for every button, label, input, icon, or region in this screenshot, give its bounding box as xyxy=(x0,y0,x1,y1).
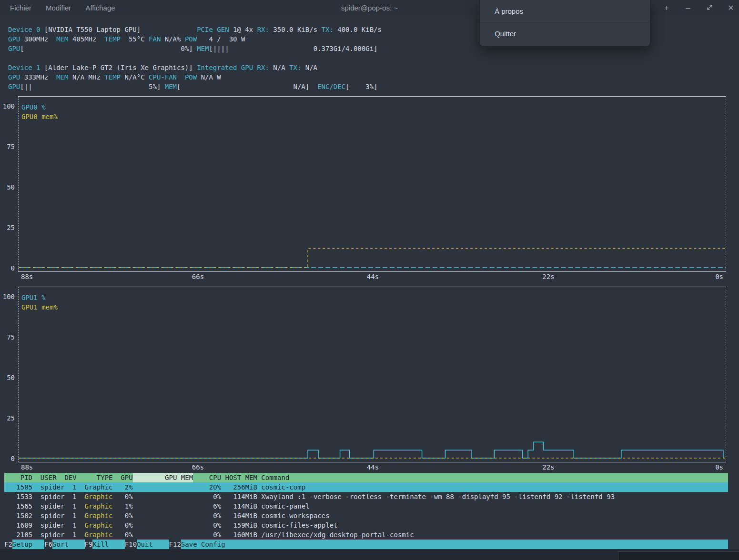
y-tick-label: 50 xyxy=(7,182,15,192)
maximize-button[interactable] xyxy=(705,4,714,12)
cell-hostmem: 164MiB xyxy=(221,511,257,520)
x-tick-label: 22s xyxy=(542,462,554,472)
y-tick-label: 100 xyxy=(3,292,15,301)
cell-gpumem xyxy=(133,482,193,492)
cell-user: spider xyxy=(40,530,65,540)
column-header-gpu[interactable]: GPU xyxy=(117,473,133,482)
cell-cpu: 0% xyxy=(193,492,221,501)
x-tick-label: 88s xyxy=(21,272,33,281)
process-table-body: 1505spider1Graphic2%20%256MiBcosmic-comp… xyxy=(4,482,728,540)
menu-affichage[interactable]: Affichage xyxy=(78,0,122,16)
chart-gpu0-y-axis: 1007550250 xyxy=(4,96,18,272)
cell-cpu: 6% xyxy=(193,501,221,511)
chart-gpu0: GPU0 %GPU0 mem% xyxy=(18,96,726,272)
x-tick-label: 0s xyxy=(715,462,723,472)
cell-cmd: cosmic-files-applet xyxy=(261,520,728,530)
column-header-pid[interactable]: PID xyxy=(4,473,32,482)
x-tick-label: 0s xyxy=(715,272,723,281)
cell-cmd: Xwayland :1 -verbose -rootless -terminat… xyxy=(261,492,728,501)
cell-hostmem: 160MiB xyxy=(221,530,257,540)
column-header-command[interactable]: Command xyxy=(261,473,728,482)
cell-user: spider xyxy=(40,511,65,520)
menu-fichier[interactable]: Fichier xyxy=(3,0,39,16)
cell-user: spider xyxy=(40,492,65,501)
cell-gpumem xyxy=(133,511,193,520)
fkey-f6: F6 xyxy=(44,540,52,549)
chart-gpu0-x-axis: 88s66s44s22s0s xyxy=(18,272,726,281)
column-header-type[interactable]: TYPE xyxy=(85,473,113,482)
y-tick-label: 25 xyxy=(7,223,15,232)
table-row[interactable]: 1565spider1Graphic1%6%114MiBcosmic-panel xyxy=(4,501,728,511)
device1-gauge-line: GPU[|| 5%] MEM[ N/A] ENC/DEC[ 3%] xyxy=(4,82,728,91)
setup-button[interactable]: Setup xyxy=(12,540,44,549)
menu-item-quitter[interactable]: Quitter xyxy=(480,22,650,44)
app-menu-dropdown: À propos Quitter xyxy=(479,0,650,47)
cell-dev: 1 xyxy=(64,530,76,540)
table-row[interactable]: 1533spider1Graphic0%0%114MiBXwayland :1 … xyxy=(4,492,728,501)
table-row[interactable]: 2105spider1Graphic0%0%160MiB/usr/libexec… xyxy=(4,530,728,540)
cell-pid: 1533 xyxy=(4,492,32,501)
desktop-bottom-strip xyxy=(0,549,739,560)
x-tick-label: 44s xyxy=(367,462,379,472)
cell-dev: 1 xyxy=(64,511,76,520)
x-tick-label: 66s xyxy=(192,462,204,472)
blank-line xyxy=(4,53,728,63)
cell-cmd: cosmic-panel xyxy=(261,501,728,511)
column-header-dev[interactable]: DEV xyxy=(64,473,76,482)
cell-user: spider xyxy=(40,482,65,492)
chart-gpu1-y-axis: 1007550250 xyxy=(4,287,18,462)
cell-type: Graphic xyxy=(85,482,113,492)
column-header-cpu[interactable]: CPU xyxy=(193,473,221,482)
cell-pid: 1609 xyxy=(4,520,32,530)
cell-cpu: 20% xyxy=(193,482,221,492)
y-tick-label: 75 xyxy=(7,332,15,342)
minimize-button[interactable]: – xyxy=(684,4,692,12)
new-tab-button[interactable]: + xyxy=(662,4,671,12)
table-row[interactable]: 1505spider1Graphic2%20%256MiBcosmic-comp xyxy=(4,482,728,492)
y-tick-label: 75 xyxy=(7,142,15,151)
process-table: PID USER DEV TYPE GPU GPU MEM CPU HOST M… xyxy=(4,473,728,540)
kill-button[interactable]: Kill xyxy=(92,540,124,549)
cell-gpu: 0% xyxy=(117,492,133,501)
cell-pid: 2105 xyxy=(4,530,32,540)
cell-cpu: 0% xyxy=(193,530,221,540)
cell-hostmem: 256MiB xyxy=(221,482,257,492)
cell-dev: 1 xyxy=(64,492,76,501)
cell-type: Graphic xyxy=(85,520,113,530)
column-header-gpu-mem[interactable]: GPU MEM xyxy=(133,473,193,482)
menu-item-a-propos[interactable]: À propos xyxy=(480,0,650,22)
table-row[interactable]: 1609spider1Graphic0%0%159MiBcosmic-files… xyxy=(4,520,728,530)
cell-user: spider xyxy=(40,520,65,530)
cell-type: Graphic xyxy=(85,511,113,520)
menu-modifier[interactable]: Modifier xyxy=(39,0,78,16)
cell-gpu: 0% xyxy=(117,530,133,540)
function-key-bar: F2 Setup F6 Sort F9 Kill F10 Quit F12 Sa… xyxy=(4,540,728,549)
save-config-button[interactable]: Save Config xyxy=(181,540,728,549)
cell-gpu: 1% xyxy=(117,501,133,511)
device1-clock-line: GPU 333MHz MEM N/A MHz TEMP N/A°C CPU-FA… xyxy=(4,72,728,82)
fkey-f9: F9 xyxy=(85,540,93,549)
cell-cpu: 0% xyxy=(193,520,221,530)
quit-button[interactable]: Quit xyxy=(137,540,169,549)
cell-pid: 1565 xyxy=(4,501,32,511)
cell-gpumem xyxy=(133,530,193,540)
cell-type: Graphic xyxy=(85,492,113,501)
cell-gpu: 0% xyxy=(117,511,133,520)
column-header-user[interactable]: USER xyxy=(40,473,65,482)
close-button[interactable]: ✕ xyxy=(727,3,735,12)
y-tick-label: 0 xyxy=(11,454,15,463)
maximize-icon xyxy=(707,4,713,10)
chart-legend: GPU1 mem% xyxy=(21,302,58,312)
chart-gpu1: GPU1 %GPU1 mem% xyxy=(18,287,726,462)
background-window-edge xyxy=(618,551,739,560)
cell-hostmem: 114MiB xyxy=(221,501,257,511)
chart-legend: GPU1 % xyxy=(21,293,46,302)
chart-gpu1-row: 1007550250 GPU1 %GPU1 mem% xyxy=(4,287,728,462)
y-tick-label: 0 xyxy=(11,263,15,273)
chart-legend: GPU0 % xyxy=(21,102,46,112)
process-table-header: PID USER DEV TYPE GPU GPU MEM CPU HOST M… xyxy=(4,473,728,482)
cell-gpumem xyxy=(133,520,193,530)
column-header-host-mem[interactable]: HOST MEM xyxy=(221,473,257,482)
table-row[interactable]: 1582spider1Graphic0%0%164MiBcosmic-works… xyxy=(4,511,728,520)
sort-button[interactable]: Sort xyxy=(52,540,84,549)
